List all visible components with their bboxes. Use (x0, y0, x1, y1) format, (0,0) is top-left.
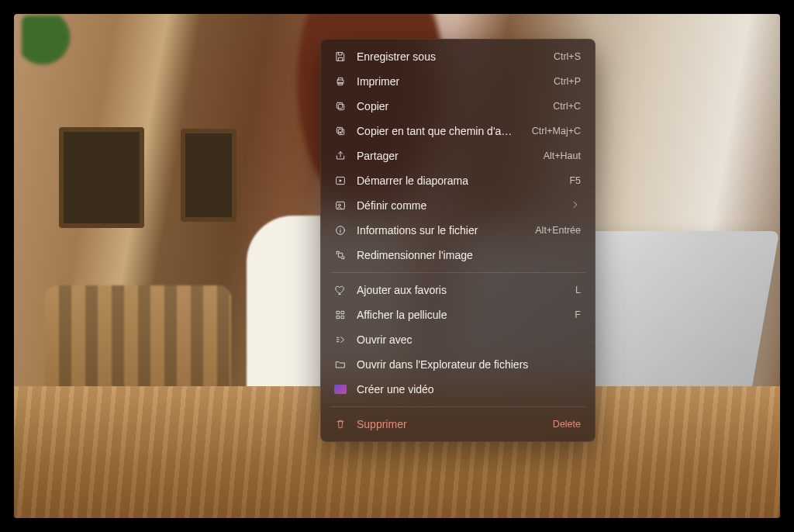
svg-rect-14 (337, 316, 339, 318)
menu-item-filmstrip[interactable]: Afficher la pellicule F (324, 302, 592, 327)
menu-item-label: Définir comme (357, 199, 561, 212)
svg-point-10 (340, 228, 340, 229)
menu-item-label: Supprimer (357, 418, 536, 430)
heart-icon (333, 283, 347, 297)
menu-item-label: Informations sur le fichier (357, 224, 518, 237)
menu-item-label: Redimensionner l'image (357, 249, 581, 261)
menu-item-file-info[interactable]: Informations sur le fichier Alt+Entrée (324, 218, 592, 243)
copy-path-icon (333, 124, 347, 138)
menu-item-label: Copier en tant que chemin d'accès (357, 125, 515, 137)
menu-item-shortcut: Ctrl+P (554, 76, 581, 87)
menu-item-shortcut: Delete (553, 419, 581, 430)
menu-item-create-video[interactable]: Créer une vidéo (324, 377, 592, 402)
menu-item-label: Copier (357, 100, 536, 112)
menu-item-label: Partager (357, 150, 526, 162)
resize-icon (333, 248, 347, 262)
menu-item-label: Ouvrir avec (357, 333, 581, 346)
menu-item-label: Démarrer le diaporama (357, 174, 552, 187)
menu-item-print[interactable]: Imprimer Ctrl+P (324, 69, 592, 94)
svg-rect-11 (338, 253, 342, 257)
menu-item-label: Enregistrer sous (357, 50, 537, 63)
menu-item-copy-path[interactable]: Copier en tant que chemin d'accès Ctrl+M… (324, 119, 592, 143)
svg-rect-13 (341, 311, 343, 313)
menu-item-shortcut: F (575, 309, 581, 320)
menu-item-slideshow[interactable]: Démarrer le diaporama F5 (324, 168, 592, 193)
bg-decor (59, 127, 144, 228)
menu-item-label: Ajouter aux favoris (357, 284, 558, 296)
menu-item-label: Afficher la pellicule (357, 309, 558, 321)
menu-item-label: Ouvrir dans l'Explorateur de fichiers (357, 358, 581, 371)
share-icon (333, 149, 347, 163)
svg-rect-15 (341, 316, 343, 318)
context-menu: Enregistrer sous Ctrl+S Imprimer Ctrl+P … (320, 39, 596, 442)
menu-item-favorite[interactable]: Ajouter aux favoris L (324, 278, 592, 302)
photo-viewer-window: Enregistrer sous Ctrl+S Imprimer Ctrl+P … (0, 0, 794, 532)
menu-item-shortcut: Ctrl+Maj+C (532, 126, 581, 136)
menu-item-shortcut: L (575, 285, 581, 295)
printer-icon (333, 74, 347, 88)
menu-item-delete[interactable]: Supprimer Delete (324, 412, 592, 437)
grid-icon (333, 308, 347, 322)
menu-item-save-as[interactable]: Enregistrer sous Ctrl+S (324, 44, 592, 69)
copy-icon (333, 99, 347, 113)
open-with-icon (333, 333, 347, 347)
bg-decor (181, 129, 236, 222)
chevron-right-icon (570, 199, 581, 212)
menu-item-resize[interactable]: Redimensionner l'image (324, 243, 592, 268)
folder-icon (333, 358, 347, 371)
bg-decor (22, 16, 91, 70)
play-box-icon (333, 174, 347, 188)
menu-item-label: Imprimer (357, 75, 537, 88)
save-icon (333, 50, 347, 64)
trash-icon (333, 417, 347, 431)
svg-point-8 (338, 204, 340, 206)
info-icon (333, 223, 347, 237)
menu-item-shortcut: F5 (569, 175, 581, 186)
svg-rect-3 (337, 102, 342, 108)
menu-item-shortcut: Alt+Haut (544, 150, 581, 161)
video-gradient-icon (333, 382, 347, 396)
svg-rect-12 (337, 311, 339, 313)
menu-item-open-explorer[interactable]: Ouvrir dans l'Explorateur de fichiers (324, 352, 592, 377)
menu-item-set-as[interactable]: Définir comme (324, 193, 592, 218)
menu-separator (330, 406, 585, 407)
menu-item-shortcut: Alt+Entrée (535, 225, 581, 236)
menu-item-shortcut: Ctrl+S (554, 51, 581, 62)
menu-item-share[interactable]: Partager Alt+Haut (324, 143, 592, 168)
menu-item-shortcut: Ctrl+C (553, 101, 581, 112)
svg-rect-2 (338, 104, 343, 109)
menu-separator (330, 272, 585, 273)
menu-item-copy[interactable]: Copier Ctrl+C (324, 94, 592, 119)
menu-item-label: Créer une vidéo (357, 383, 581, 396)
picture-person-icon (333, 199, 347, 212)
menu-item-open-with[interactable]: Ouvrir avec (324, 327, 592, 352)
